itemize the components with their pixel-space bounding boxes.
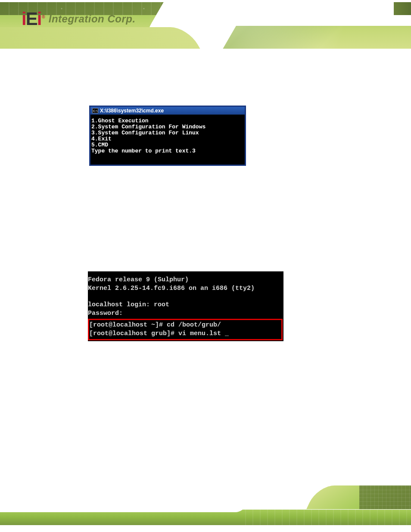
- linux-line: Fedora release 9 (Sulphur): [88, 276, 189, 283]
- cmd-line: 2.System Configuration For Windows: [91, 124, 206, 130]
- logo-company-text: Integration Corp.: [49, 13, 136, 25]
- cmd-title: X:\I386\system32\cmd.exe: [100, 108, 164, 114]
- linux-body: Fedora release 9 (Sulphur) Kernel 2.6.25…: [88, 276, 283, 340]
- logo-brand: iEi®: [22, 9, 44, 29]
- cmd-line: 4.Exit: [91, 136, 112, 142]
- linux-terminal-screenshot: Fedora release 9 (Sulphur) Kernel 2.6.25…: [88, 271, 283, 341]
- cmd-body: 1.Ghost Execution 2.System Configuration…: [90, 115, 245, 165]
- logo-registered: ®: [42, 15, 44, 19]
- footer-tech-pattern: [359, 485, 411, 509]
- cmd-line: 5.CMD: [91, 142, 108, 148]
- header-banner: iEi® Integration Corp.: [0, 0, 411, 49]
- header-right-stripe: [394, 2, 411, 15]
- cmd-window-screenshot: C:\ X:\I386\system32\cmd.exe 1.Ghost Exe…: [89, 106, 246, 166]
- cmd-titlebar: C:\ X:\I386\system32\cmd.exe: [90, 107, 245, 115]
- highlighted-commands-box: [root@localhost ~]# cd /boot/grub/ [root…: [88, 319, 283, 340]
- linux-command-line: [root@localhost ~]# cd /boot/grub/: [89, 321, 221, 329]
- cmd-line: 3.System Configuration For Linux: [91, 130, 199, 136]
- footer-banner: [0, 485, 411, 529]
- footer-bottom-gap: [0, 525, 411, 529]
- linux-line: Password:: [88, 310, 123, 317]
- header-bottom-curve: [0, 27, 200, 49]
- linux-line: Kernel 2.6.25-14.fc9.i686 on an i686 (tt…: [88, 285, 255, 292]
- cmd-line: Type the number to print text.3: [91, 148, 196, 154]
- cmd-icon: C:\: [92, 108, 98, 113]
- logo: iEi® Integration Corp.: [22, 9, 136, 29]
- cmd-line: 1.Ghost Execution: [91, 118, 149, 124]
- footer-white-curve: [0, 504, 247, 512]
- linux-command-line: [root@localhost grub]# vi menu.lst _: [89, 330, 229, 337]
- linux-line: localhost login: root: [88, 301, 169, 308]
